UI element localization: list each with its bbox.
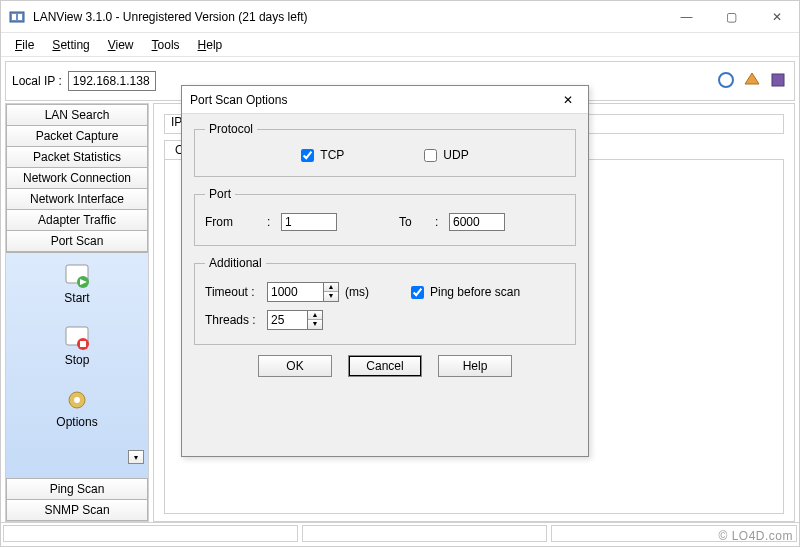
menu-view[interactable]: View <box>100 36 142 54</box>
sidebar-network-interface[interactable]: Network Interface <box>6 189 148 210</box>
tcp-checkbox[interactable]: TCP <box>301 148 344 162</box>
toolbar-icon-1[interactable] <box>716 70 736 93</box>
menubar: File Setting View Tools Help <box>1 33 799 57</box>
window-title: LANView 3.1.0 - Unregistered Version (21… <box>33 10 664 24</box>
sidebar-snmp-scan[interactable]: SNMP Scan <box>6 500 148 521</box>
window-controls: — ▢ ✕ <box>664 1 799 32</box>
svg-marker-4 <box>745 73 759 84</box>
timeout-label: Timeout : <box>205 285 261 299</box>
toolbar-icon-3[interactable] <box>768 70 788 93</box>
spin-down-icon[interactable]: ▼ <box>308 320 322 329</box>
svg-rect-11 <box>80 341 86 347</box>
sidebar-lan-search[interactable]: LAN Search <box>6 104 148 126</box>
local-ip-input[interactable] <box>68 71 156 91</box>
port-legend: Port <box>205 187 235 201</box>
dialog-body: Protocol TCP UDP Port From : <box>182 114 588 385</box>
menu-tools[interactable]: Tools <box>144 36 188 54</box>
additional-group: Additional Timeout : ▲▼ (ms) Ping before… <box>194 256 576 345</box>
udp-label: UDP <box>443 148 468 162</box>
dialog-title: Port Scan Options <box>190 93 556 107</box>
timeout-spin-buttons[interactable]: ▲▼ <box>323 282 339 302</box>
action-stop-label: Stop <box>65 353 90 367</box>
sidebar-ping-scan[interactable]: Ping Scan <box>6 478 148 500</box>
action-start-label: Start <box>64 291 89 305</box>
action-options[interactable]: Options <box>56 387 97 429</box>
protocol-legend: Protocol <box>205 122 257 136</box>
protocol-group: Protocol TCP UDP <box>194 122 576 177</box>
minimize-button[interactable]: — <box>664 1 709 33</box>
spin-down-icon[interactable]: ▼ <box>324 292 338 301</box>
sidebar-adapter-traffic[interactable]: Adapter Traffic <box>6 210 148 231</box>
sidebar: LAN Search Packet Capture Packet Statist… <box>5 103 149 522</box>
additional-legend: Additional <box>205 256 266 270</box>
app-icon <box>9 9 25 25</box>
statusbar <box>1 522 799 544</box>
threads-spin-buttons[interactable]: ▲▼ <box>307 310 323 330</box>
ok-button[interactable]: OK <box>258 355 332 377</box>
toolbar-icon-2[interactable] <box>742 70 762 93</box>
tcp-label: TCP <box>320 148 344 162</box>
port-from-label: From <box>205 215 261 229</box>
tcp-checkbox-input[interactable] <box>301 149 314 162</box>
svg-rect-1 <box>12 14 16 20</box>
svg-point-13 <box>74 397 80 403</box>
timeout-unit: (ms) <box>345 285 369 299</box>
help-button[interactable]: Help <box>438 355 512 377</box>
threads-spinner[interactable]: ▲▼ <box>267 310 323 330</box>
sidebar-port-scan[interactable]: Port Scan <box>6 231 148 252</box>
ping-before-scan-checkbox[interactable]: Ping before scan <box>411 285 520 299</box>
menu-help[interactable]: Help <box>190 36 231 54</box>
ping-checkbox-input[interactable] <box>411 286 424 299</box>
spin-up-icon[interactable]: ▲ <box>308 311 322 320</box>
ping-label: Ping before scan <box>430 285 520 299</box>
titlebar[interactable]: LANView 3.1.0 - Unregistered Version (21… <box>1 1 799 33</box>
spin-up-icon[interactable]: ▲ <box>324 283 338 292</box>
port-scan-options-dialog: Port Scan Options ✕ Protocol TCP UDP <box>181 85 589 457</box>
svg-rect-5 <box>772 74 784 86</box>
cancel-button[interactable]: Cancel <box>348 355 422 377</box>
port-from-input[interactable] <box>281 213 337 231</box>
dialog-button-row: OK Cancel Help <box>194 355 576 377</box>
gear-icon <box>64 387 90 413</box>
port-to-input[interactable] <box>449 213 505 231</box>
udp-checkbox-input[interactable] <box>424 149 437 162</box>
status-seg-1 <box>3 525 298 542</box>
action-options-label: Options <box>56 415 97 429</box>
sidebar-more-button[interactable]: ▾ <box>128 450 144 464</box>
port-to-label: To <box>399 215 429 229</box>
sidebar-packet-capture[interactable]: Packet Capture <box>6 126 148 147</box>
local-ip-label: Local IP : <box>12 74 62 88</box>
stop-icon <box>64 325 90 351</box>
close-button[interactable]: ✕ <box>754 1 799 33</box>
menu-file[interactable]: File <box>7 36 42 54</box>
action-start[interactable]: Start <box>64 263 90 305</box>
app-window: LANView 3.1.0 - Unregistered Version (21… <box>0 0 800 547</box>
maximize-button[interactable]: ▢ <box>709 1 754 33</box>
sidebar-panel: Start Stop Options ▾ <box>6 252 148 478</box>
menu-setting[interactable]: Setting <box>44 36 97 54</box>
action-stop[interactable]: Stop <box>64 325 90 367</box>
svg-rect-2 <box>18 14 22 20</box>
status-seg-2 <box>302 525 548 542</box>
threads-label: Threads : <box>205 313 261 327</box>
watermark: © LO4D.com <box>718 529 793 543</box>
dialog-close-button[interactable]: ✕ <box>556 93 580 107</box>
svg-point-3 <box>719 73 733 87</box>
timeout-spinner[interactable]: ▲▼ <box>267 282 339 302</box>
timeout-input[interactable] <box>267 282 323 302</box>
udp-checkbox[interactable]: UDP <box>424 148 468 162</box>
dialog-titlebar[interactable]: Port Scan Options ✕ <box>182 86 588 114</box>
threads-input[interactable] <box>267 310 307 330</box>
port-group: Port From : To : <box>194 187 576 246</box>
sidebar-packet-statistics[interactable]: Packet Statistics <box>6 147 148 168</box>
play-icon <box>64 263 90 289</box>
sidebar-network-connection[interactable]: Network Connection <box>6 168 148 189</box>
